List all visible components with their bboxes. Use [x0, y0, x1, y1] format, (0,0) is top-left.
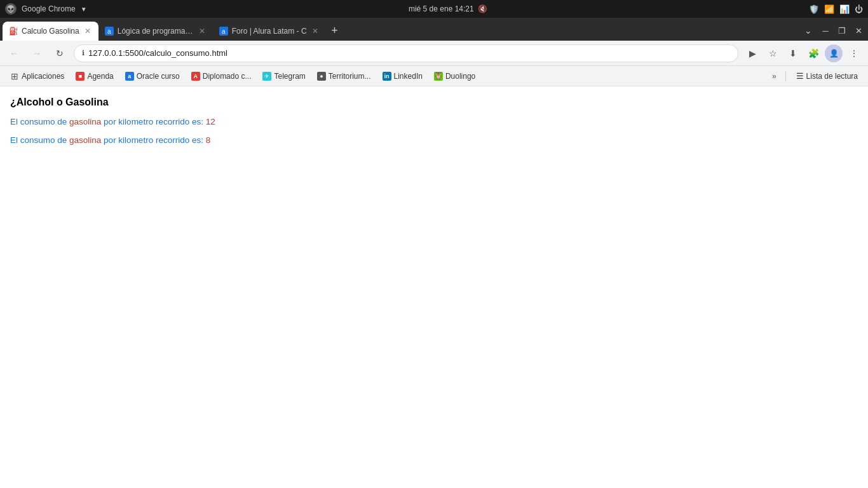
bookmark-telegram-label: Telegram [274, 72, 305, 81]
bookmark-oracle[interactable]: a Oracle curso [120, 69, 185, 83]
page-line-1: El consumo de gasolina por kilometro rec… [10, 117, 858, 126]
more-bookmarks-button[interactable]: » [768, 69, 780, 83]
cast-button[interactable]: ▶ [743, 44, 761, 62]
line2-prefix: El consumo de [10, 135, 69, 145]
line2-fuel: gasolina [69, 135, 101, 145]
bookmark-territorium-label: Territorium... [329, 72, 371, 81]
tab3-favicon: a [219, 27, 228, 36]
bookmark-telegram[interactable]: ✈ Telegram [257, 69, 310, 83]
bookmark-linkedin[interactable]: in LinkedIn [377, 69, 428, 83]
agenda-icon: ■ [76, 72, 85, 81]
alien-icon: 👽 [5, 3, 17, 15]
tab1-favicon: ⛽ [9, 27, 18, 36]
line1-prefix: El consumo de [10, 117, 69, 126]
minimize-button[interactable]: ─ [818, 24, 832, 37]
duolingo-icon: 🦉 [434, 72, 443, 81]
address-bar: ← → ↻ ℹ 127.0.0.1:5500/calculo_consumo.h… [0, 41, 868, 66]
diplomado-icon: A [191, 72, 200, 81]
bookmark-agenda-label: Agenda [87, 72, 113, 81]
extensions-button[interactable]: 🧩 [804, 44, 822, 62]
bookmarks-bar: ⊞ Aplicaciones ■ Agenda a Oracle curso A… [0, 66, 868, 86]
line2-middle: por kilometro recorrido es: [101, 135, 205, 145]
signal-icon: 📊 [839, 4, 850, 14]
url-bar[interactable]: ℹ 127.0.0.1:5500/calculo_consumo.html [74, 44, 738, 62]
line1-fuel: gasolina [69, 117, 101, 126]
os-titlebar-center: mié 5 de ene 14:21 🔇 [409, 4, 487, 13]
new-tab-button[interactable]: + [326, 22, 344, 39]
tab2-favicon: a [105, 27, 114, 36]
tab-logica-programacion[interactable]: a Lógica de programació... ✕ [98, 22, 213, 41]
os-app-name: Google Chrome [22, 4, 76, 13]
line1-number: 12 [206, 117, 215, 126]
bookmark-aplicaciones-label: Aplicaciones [22, 72, 64, 81]
tab3-close[interactable]: ✕ [311, 25, 320, 37]
address-right-controls: ▶ ☆ ⬇ 🧩 👤 ⋮ [743, 44, 863, 62]
tab2-close[interactable]: ✕ [198, 25, 207, 37]
page-heading: ¿Alcohol o Gasolina [10, 97, 858, 108]
bookmark-territorium[interactable]: ● Territorium... [312, 69, 376, 83]
url-text: 127.0.0.1:5500/calculo_consumo.html [88, 48, 730, 58]
aplicaciones-icon: ⊞ [10, 72, 19, 81]
power-icon: ⏻ [855, 4, 863, 14]
bookmark-aplicaciones[interactable]: ⊞ Aplicaciones [5, 69, 69, 83]
bookmark-diplomado-label: Diplomado c... [203, 72, 252, 81]
close-button[interactable]: ✕ [851, 24, 865, 37]
mute-icon: 🔇 [478, 4, 487, 13]
bookmark-star-button[interactable]: ☆ [764, 44, 782, 62]
reading-list-icon: ☰ [796, 71, 804, 81]
shield-icon: 🛡️ [809, 4, 819, 14]
os-titlebar-right: 🛡️ 📶 📊 ⏻ [809, 4, 863, 14]
oracle-icon: a [125, 72, 134, 81]
line2-number: 8 [206, 135, 211, 145]
tab3-title: Foro | Alura Latam - C [232, 27, 307, 36]
bookmark-agenda[interactable]: ■ Agenda [71, 69, 118, 83]
profile-button[interactable]: 👤 [825, 44, 843, 62]
reading-list-label: Lista de lectura [806, 72, 858, 81]
page-content: ¿Alcohol o Gasolina El consumo de gasoli… [0, 86, 868, 488]
restore-button[interactable]: ❐ [835, 24, 849, 37]
bookmarks-divider [785, 71, 786, 81]
download-button[interactable]: ⬇ [784, 44, 802, 62]
tab-list-button[interactable]: ⌄ [801, 23, 816, 38]
bookmark-oracle-label: Oracle curso [137, 72, 180, 81]
tab-calculo-gasolina[interactable]: ⛽ Calculo Gasolina ✕ [3, 22, 98, 41]
forward-button[interactable]: → [28, 44, 46, 62]
reload-button[interactable]: ↻ [51, 44, 69, 62]
os-dropdown-arrow[interactable]: ▼ [81, 6, 87, 13]
os-titlebar-left: 👽 Google Chrome ▼ [5, 3, 87, 15]
page-line-2: El consumo de gasolina por kilometro rec… [10, 135, 858, 145]
bookmarks-more: » ☰ Lista de lectura [768, 69, 863, 83]
tab1-close[interactable]: ✕ [83, 25, 92, 37]
os-datetime: mié 5 de ene 14:21 [409, 4, 474, 13]
bookmark-linkedin-label: LinkedIn [394, 72, 423, 81]
telegram-icon: ✈ [262, 72, 271, 81]
os-titlebar: 👽 Google Chrome ▼ mié 5 de ene 14:21 🔇 🛡… [0, 0, 868, 18]
bookmark-duolingo[interactable]: 🦉 Duolingo [429, 69, 480, 83]
territorium-icon: ● [317, 72, 326, 81]
wifi-icon: 📶 [824, 4, 834, 14]
back-button[interactable]: ← [5, 44, 23, 62]
line1-middle: por kilometro recorrido es: [101, 117, 205, 126]
linkedin-icon: in [383, 72, 391, 81]
menu-button[interactable]: ⋮ [845, 44, 863, 62]
tab-bar-controls: ⌄ ─ ❐ ✕ [801, 23, 865, 41]
bookmark-diplomado[interactable]: A Diplomado c... [186, 69, 257, 83]
tab-foro-alura[interactable]: a Foro | Alura Latam - C ✕ [213, 22, 326, 41]
tab2-title: Lógica de programació... [118, 27, 194, 36]
lock-icon: ℹ [82, 49, 85, 57]
tab1-title: Calculo Gasolina [22, 27, 79, 36]
tab-bar: ⛽ Calculo Gasolina ✕ a Lógica de program… [0, 18, 868, 41]
bookmark-duolingo-label: Duolingo [445, 72, 475, 81]
reading-list-button[interactable]: ☰ Lista de lectura [791, 69, 863, 83]
